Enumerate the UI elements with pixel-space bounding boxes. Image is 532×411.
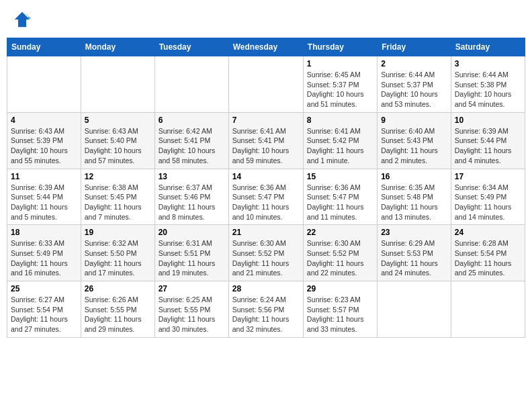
day-number: 2 bbox=[381, 59, 447, 68]
day-number: 19 bbox=[85, 228, 151, 237]
calendar-cell: 12Sunrise: 6:38 AM Sunset: 5:45 PM Dayli… bbox=[81, 169, 154, 225]
week-row-5: 25Sunrise: 6:27 AM Sunset: 5:54 PM Dayli… bbox=[7, 281, 525, 338]
calendar-cell: 5Sunrise: 6:43 AM Sunset: 5:40 PM Daylig… bbox=[81, 112, 154, 169]
day-number: 4 bbox=[11, 116, 77, 125]
day-info: Sunrise: 6:34 AM Sunset: 5:49 PM Dayligh… bbox=[455, 183, 521, 222]
calendar-cell: 20Sunrise: 6:31 AM Sunset: 5:51 PM Dayli… bbox=[154, 225, 228, 281]
day-info: Sunrise: 6:39 AM Sunset: 5:44 PM Dayligh… bbox=[11, 183, 77, 222]
calendar-cell: 7Sunrise: 6:41 AM Sunset: 5:41 PM Daylig… bbox=[228, 112, 303, 169]
day-info: Sunrise: 6:31 AM Sunset: 5:51 PM Dayligh… bbox=[159, 238, 225, 278]
calendar-cell: 14Sunrise: 6:36 AM Sunset: 5:47 PM Dayli… bbox=[228, 169, 303, 225]
calendar-cell bbox=[7, 56, 81, 113]
svg-marker-0 bbox=[15, 12, 30, 28]
logo-icon bbox=[12, 9, 32, 30]
calendar-cell bbox=[154, 56, 228, 113]
day-number: 17 bbox=[455, 172, 521, 181]
day-number: 18 bbox=[11, 228, 77, 237]
calendar-cell: 4Sunrise: 6:43 AM Sunset: 5:39 PM Daylig… bbox=[7, 112, 81, 169]
calendar-cell: 13Sunrise: 6:37 AM Sunset: 5:46 PM Dayli… bbox=[154, 169, 228, 225]
calendar-cell: 6Sunrise: 6:42 AM Sunset: 5:41 PM Daylig… bbox=[154, 112, 228, 169]
calendar-cell: 10Sunrise: 6:39 AM Sunset: 5:44 PM Dayli… bbox=[451, 112, 525, 169]
page-header bbox=[7, 7, 525, 32]
week-row-3: 11Sunrise: 6:39 AM Sunset: 5:44 PM Dayli… bbox=[7, 169, 525, 225]
day-info: Sunrise: 6:43 AM Sunset: 5:40 PM Dayligh… bbox=[85, 126, 151, 166]
weekday-header-friday: Friday bbox=[378, 38, 451, 56]
calendar-cell: 25Sunrise: 6:27 AM Sunset: 5:54 PM Dayli… bbox=[7, 281, 81, 338]
calendar-table: SundayMondayTuesdayWednesdayThursdayFrid… bbox=[7, 38, 525, 338]
week-row-1: 1Sunrise: 6:45 AM Sunset: 5:37 PM Daylig… bbox=[7, 56, 525, 113]
weekday-header-sunday: Sunday bbox=[7, 38, 81, 56]
weekday-header-saturday: Saturday bbox=[451, 38, 525, 56]
day-info: Sunrise: 6:27 AM Sunset: 5:54 PM Dayligh… bbox=[11, 295, 77, 334]
day-number: 14 bbox=[232, 172, 300, 181]
day-number: 13 bbox=[159, 172, 225, 181]
day-number: 24 bbox=[455, 228, 521, 237]
logo bbox=[12, 9, 35, 30]
day-info: Sunrise: 6:36 AM Sunset: 5:47 PM Dayligh… bbox=[307, 183, 373, 222]
calendar-cell bbox=[228, 56, 303, 113]
calendar-cell: 9Sunrise: 6:40 AM Sunset: 5:43 PM Daylig… bbox=[378, 112, 451, 169]
day-number: 10 bbox=[455, 116, 521, 125]
calendar-cell: 19Sunrise: 6:32 AM Sunset: 5:50 PM Dayli… bbox=[81, 225, 154, 281]
calendar-cell: 16Sunrise: 6:35 AM Sunset: 5:48 PM Dayli… bbox=[378, 169, 451, 225]
calendar-cell: 21Sunrise: 6:30 AM Sunset: 5:52 PM Dayli… bbox=[228, 225, 303, 281]
day-info: Sunrise: 6:38 AM Sunset: 5:45 PM Dayligh… bbox=[85, 183, 151, 222]
day-number: 26 bbox=[85, 284, 151, 293]
day-info: Sunrise: 6:30 AM Sunset: 5:52 PM Dayligh… bbox=[307, 238, 373, 278]
day-number: 9 bbox=[381, 116, 447, 125]
day-number: 29 bbox=[307, 284, 373, 293]
day-number: 1 bbox=[307, 59, 373, 68]
day-info: Sunrise: 6:44 AM Sunset: 5:37 PM Dayligh… bbox=[381, 70, 447, 109]
calendar-body: 1Sunrise: 6:45 AM Sunset: 5:37 PM Daylig… bbox=[7, 56, 525, 338]
day-info: Sunrise: 6:23 AM Sunset: 5:57 PM Dayligh… bbox=[307, 295, 373, 334]
day-info: Sunrise: 6:41 AM Sunset: 5:41 PM Dayligh… bbox=[232, 126, 300, 166]
day-info: Sunrise: 6:35 AM Sunset: 5:48 PM Dayligh… bbox=[381, 183, 447, 222]
day-info: Sunrise: 6:39 AM Sunset: 5:44 PM Dayligh… bbox=[455, 126, 521, 166]
calendar-cell: 28Sunrise: 6:24 AM Sunset: 5:56 PM Dayli… bbox=[228, 281, 303, 338]
day-info: Sunrise: 6:37 AM Sunset: 5:46 PM Dayligh… bbox=[159, 183, 225, 222]
day-number: 28 bbox=[232, 284, 300, 293]
calendar-cell: 11Sunrise: 6:39 AM Sunset: 5:44 PM Dayli… bbox=[7, 169, 81, 225]
day-number: 27 bbox=[159, 284, 225, 293]
day-info: Sunrise: 6:29 AM Sunset: 5:53 PM Dayligh… bbox=[381, 238, 447, 278]
day-number: 16 bbox=[381, 172, 447, 181]
day-number: 3 bbox=[455, 59, 521, 68]
day-info: Sunrise: 6:26 AM Sunset: 5:55 PM Dayligh… bbox=[85, 295, 151, 334]
day-number: 21 bbox=[232, 228, 300, 237]
day-number: 6 bbox=[159, 116, 225, 125]
day-info: Sunrise: 6:43 AM Sunset: 5:39 PM Dayligh… bbox=[11, 126, 77, 166]
day-number: 12 bbox=[85, 172, 151, 181]
calendar-cell: 18Sunrise: 6:33 AM Sunset: 5:49 PM Dayli… bbox=[7, 225, 81, 281]
day-info: Sunrise: 6:30 AM Sunset: 5:52 PM Dayligh… bbox=[232, 238, 300, 278]
weekday-header-wednesday: Wednesday bbox=[228, 38, 303, 56]
calendar-cell: 1Sunrise: 6:45 AM Sunset: 5:37 PM Daylig… bbox=[303, 56, 377, 113]
calendar-cell: 24Sunrise: 6:28 AM Sunset: 5:54 PM Dayli… bbox=[451, 225, 525, 281]
day-info: Sunrise: 6:41 AM Sunset: 5:42 PM Dayligh… bbox=[307, 126, 373, 166]
day-number: 8 bbox=[307, 116, 373, 125]
day-info: Sunrise: 6:45 AM Sunset: 5:37 PM Dayligh… bbox=[307, 70, 373, 109]
day-info: Sunrise: 6:42 AM Sunset: 5:41 PM Dayligh… bbox=[159, 126, 225, 166]
day-number: 25 bbox=[11, 284, 77, 293]
day-info: Sunrise: 6:32 AM Sunset: 5:50 PM Dayligh… bbox=[85, 238, 151, 278]
day-number: 5 bbox=[85, 116, 151, 125]
day-info: Sunrise: 6:44 AM Sunset: 5:38 PM Dayligh… bbox=[455, 70, 521, 109]
weekday-header-row: SundayMondayTuesdayWednesdayThursdayFrid… bbox=[7, 38, 525, 56]
day-number: 7 bbox=[232, 116, 300, 125]
calendar-cell: 17Sunrise: 6:34 AM Sunset: 5:49 PM Dayli… bbox=[451, 169, 525, 225]
weekday-header-thursday: Thursday bbox=[303, 38, 377, 56]
week-row-4: 18Sunrise: 6:33 AM Sunset: 5:49 PM Dayli… bbox=[7, 225, 525, 281]
calendar-cell: 29Sunrise: 6:23 AM Sunset: 5:57 PM Dayli… bbox=[303, 281, 377, 338]
day-number: 23 bbox=[381, 228, 447, 237]
day-number: 15 bbox=[307, 172, 373, 181]
calendar-cell bbox=[451, 281, 525, 338]
day-info: Sunrise: 6:36 AM Sunset: 5:47 PM Dayligh… bbox=[232, 183, 300, 222]
calendar-cell: 27Sunrise: 6:25 AM Sunset: 5:55 PM Dayli… bbox=[154, 281, 228, 338]
day-info: Sunrise: 6:28 AM Sunset: 5:54 PM Dayligh… bbox=[455, 238, 521, 278]
day-info: Sunrise: 6:40 AM Sunset: 5:43 PM Dayligh… bbox=[381, 126, 447, 166]
calendar-cell: 15Sunrise: 6:36 AM Sunset: 5:47 PM Dayli… bbox=[303, 169, 377, 225]
calendar-cell: 3Sunrise: 6:44 AM Sunset: 5:38 PM Daylig… bbox=[451, 56, 525, 113]
calendar-cell bbox=[81, 56, 154, 113]
day-info: Sunrise: 6:25 AM Sunset: 5:55 PM Dayligh… bbox=[159, 295, 225, 334]
day-number: 11 bbox=[11, 172, 77, 181]
day-number: 22 bbox=[307, 228, 373, 237]
